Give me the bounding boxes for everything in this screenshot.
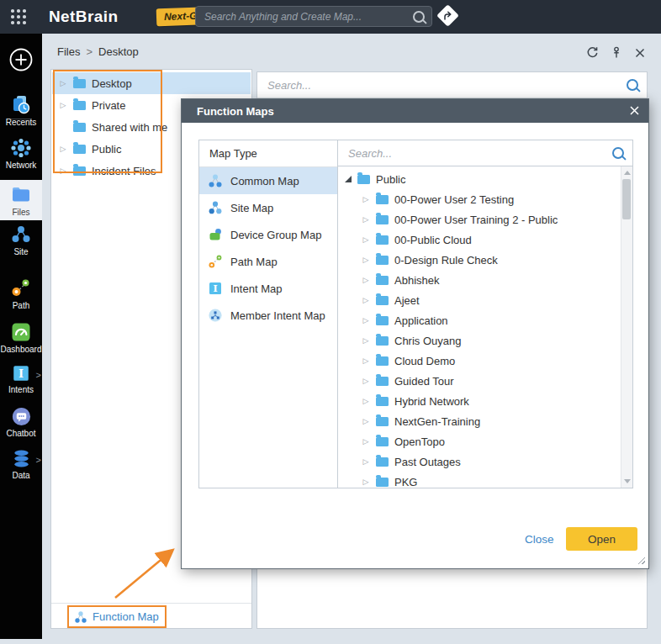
svg-text:I: I	[213, 283, 217, 294]
tree-item[interactable]: ▷00-Power User Training 2 - Public	[338, 209, 632, 230]
tree-item[interactable]: ▷NextGen-Training	[338, 411, 632, 431]
tree-item[interactable]: ▷OpenTopo	[338, 431, 632, 451]
folder-icon	[376, 437, 389, 446]
dialog-header[interactable]: Function Maps	[182, 99, 648, 123]
sidebar-item-dashboard[interactable]: Dashboard	[0, 321, 42, 354]
expand-icon[interactable]: ▷	[362, 236, 370, 244]
app-grid-icon[interactable]	[11, 9, 26, 24]
sidebar-item-site[interactable]: Site	[0, 224, 42, 256]
folder-icon	[376, 316, 389, 325]
map-type-common-map[interactable]: Common Map	[199, 167, 337, 194]
map-type-intent-map[interactable]: I Intent Map	[199, 275, 337, 302]
function-map-button[interactable]: Function Map	[67, 605, 167, 628]
tree-item[interactable]: ▷Cloud Demo	[338, 351, 632, 371]
tree-scrollbar[interactable]	[621, 166, 632, 488]
tree-item-public-root[interactable]: Public	[338, 169, 632, 189]
tree-item[interactable]: ▷Chris Ouyang	[338, 330, 632, 351]
pin-icon[interactable]	[611, 46, 622, 59]
breadcrumb-section[interactable]: Files	[57, 45, 80, 58]
map-shortcut-icon[interactable]	[436, 4, 459, 27]
scroll-up-icon[interactable]	[624, 171, 631, 175]
breadcrumb: Files > Desktop	[57, 45, 139, 58]
sidebar-item-files[interactable]: Files	[0, 180, 42, 220]
sidebar-item-data[interactable]: Data >	[0, 448, 42, 480]
expand-icon[interactable]: ▷	[362, 256, 370, 264]
expand-icon[interactable]: ▷	[362, 438, 370, 446]
search-icon[interactable]	[612, 147, 624, 159]
tree-item[interactable]: ▷00-Power User 2 Testing	[338, 189, 632, 209]
tree-item[interactable]: ▷Hybrid Network	[338, 391, 632, 411]
expand-icon[interactable]: ▷	[362, 337, 370, 345]
sidebar-item-chatbot[interactable]: Chatbot	[0, 406, 42, 438]
expand-icon[interactable]: ▷	[362, 418, 370, 425]
sidebar-item-path[interactable]: Path	[0, 277, 42, 310]
collapse-icon[interactable]	[345, 176, 352, 182]
dialog-search[interactable]	[338, 140, 633, 166]
data-icon	[11, 448, 32, 469]
search-icon[interactable]	[627, 79, 638, 91]
expand-icon[interactable]: ▷	[59, 102, 67, 109]
folder-icon	[73, 101, 86, 110]
member-intent-map-icon	[208, 308, 223, 323]
close-icon[interactable]	[634, 47, 646, 59]
expand-icon[interactable]: ▷	[362, 377, 370, 385]
tree-item-desktop[interactable]: ▷ Desktop	[52, 72, 251, 94]
files-folder-icon	[10, 184, 32, 206]
dialog-title: Function Maps	[197, 105, 274, 118]
scrollbar-thumb[interactable]	[622, 179, 631, 219]
expand-icon[interactable]: ▷	[362, 478, 370, 486]
map-type-panel: Map Type Common Map Site Map	[198, 140, 338, 488]
add-button[interactable]	[0, 47, 42, 72]
folder-icon	[376, 356, 389, 366]
folder-icon	[376, 377, 389, 386]
tree-item[interactable]: ▷Ajeet	[338, 290, 632, 310]
map-type-path-map[interactable]: Path Map	[199, 248, 337, 275]
refresh-icon[interactable]	[586, 46, 599, 59]
dialog-open-button[interactable]: Open	[566, 527, 637, 551]
tree-item[interactable]: ▷Guided Tour	[338, 371, 632, 391]
dialog-close-icon[interactable]	[629, 105, 640, 116]
chevron-right-icon[interactable]: >	[36, 455, 41, 465]
breadcrumb-separator: >	[86, 45, 93, 58]
dialog-folder-tree: Public ▷00-Power User 2 Testing ▷00-Powe…	[338, 166, 633, 488]
dashboard-icon	[10, 321, 32, 343]
map-type-device-group-map[interactable]: Device Group Map	[199, 221, 337, 248]
folder-icon	[376, 478, 389, 487]
sidebar-item-recents[interactable]: Recents	[0, 94, 42, 127]
tree-item[interactable]: ▷0-Design Rule Check	[338, 250, 632, 270]
expand-icon[interactable]: ▷	[362, 196, 370, 203]
expand-icon[interactable]: ▷	[362, 297, 370, 304]
search-icon[interactable]	[413, 11, 425, 23]
map-type-header: Map Type	[199, 140, 337, 167]
tree-item[interactable]: ▷Past Outages	[338, 451, 632, 472]
chevron-right-icon[interactable]: >	[36, 370, 41, 380]
dialog-search-input[interactable]	[346, 146, 612, 161]
content-search-input[interactable]	[266, 78, 627, 92]
expand-icon[interactable]: ▷	[362, 216, 370, 224]
expand-icon[interactable]: ▷	[362, 398, 370, 405]
tree-item[interactable]: ▷PKG	[338, 472, 632, 488]
resize-handle-icon[interactable]	[636, 555, 645, 564]
global-search[interactable]	[195, 6, 432, 27]
global-search-input[interactable]	[203, 10, 413, 24]
tree-item[interactable]: ▷00-Public Cloud	[338, 230, 632, 250]
tree-item[interactable]: ▷Application	[338, 310, 632, 330]
folder-icon	[376, 296, 389, 305]
expand-icon[interactable]: ▷	[59, 167, 67, 175]
expand-icon[interactable]: ▷	[362, 277, 370, 284]
map-type-site-map[interactable]: Site Map	[199, 194, 337, 221]
window-controls	[586, 46, 646, 59]
map-type-member-intent-map[interactable]: Member Intent Map	[199, 302, 337, 329]
content-search[interactable]	[257, 72, 647, 98]
dialog-close-button[interactable]: Close	[525, 533, 554, 546]
scroll-down-icon[interactable]	[624, 479, 631, 483]
expand-icon[interactable]: ▷	[362, 317, 370, 325]
sidebar-item-network[interactable]: Network	[0, 137, 42, 170]
expand-icon[interactable]: ▷	[59, 145, 67, 153]
expand-icon[interactable]: ▷	[362, 357, 370, 365]
tree-item[interactable]: ▷Abhishek	[338, 270, 632, 290]
folder-icon	[376, 195, 389, 204]
expand-icon[interactable]: ▷	[59, 80, 67, 87]
sidebar-item-intents[interactable]: I Intents >	[0, 363, 42, 394]
expand-icon[interactable]: ▷	[362, 458, 370, 466]
